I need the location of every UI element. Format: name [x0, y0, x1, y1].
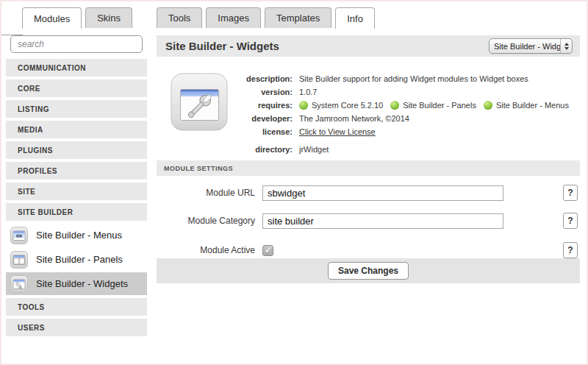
- description-value: Site Builder support for adding Widget m…: [293, 72, 528, 85]
- search-wrap: [6, 35, 147, 53]
- module-settings-header: MODULE SETTINGS: [157, 160, 580, 176]
- directory-value: jrWidget: [293, 143, 329, 156]
- category-label: SITE BUILDER: [18, 208, 73, 216]
- module-active-checkbox[interactable]: [262, 245, 273, 256]
- form-row-module-category: Module Category ?: [157, 213, 580, 229]
- info-row-directory: directory: jrWidget: [157, 143, 580, 156]
- info-row-license: license: Click to View License: [157, 125, 580, 138]
- requires-label: requires:: [157, 99, 293, 112]
- sidebar-category-tools[interactable]: TOOLS: [6, 298, 147, 316]
- category-label: PLUGINS: [18, 146, 53, 155]
- status-dot-icon: [299, 101, 308, 110]
- sidebar-item-site-builder-widgets[interactable]: Site Builder - Widgets: [6, 272, 147, 295]
- category-label: TOOLS: [18, 303, 45, 311]
- module-url-input[interactable]: [262, 185, 503, 201]
- search-input[interactable]: [10, 35, 143, 53]
- category-label: MEDIA: [18, 126, 43, 134]
- module-select[interactable]: Site Builder - Widg: [489, 38, 573, 54]
- tab-group-right: Tools Images Templates Info: [157, 7, 375, 29]
- module-url-label: Module URL: [157, 188, 255, 198]
- requires-item-label: Site Builder - Panels: [403, 99, 476, 112]
- help-button-module-active[interactable]: ?: [563, 242, 578, 258]
- tab-modules-label: Modules: [34, 13, 70, 24]
- requires-item: Site Builder - Panels: [390, 99, 476, 112]
- sidebar-item-site-builder-panels[interactable]: Site Builder - Panels: [6, 248, 147, 271]
- sidebar-category-profiles[interactable]: PROFILES: [6, 162, 147, 180]
- tab-bar: Modules Skins Tools Images Templates Inf…: [0, 7, 588, 28]
- tab-skins-label: Skins: [97, 13, 121, 24]
- tab-skins[interactable]: Skins: [85, 7, 132, 28]
- save-changes-button[interactable]: Save Changes: [328, 262, 409, 280]
- developer-value: The Jamroom Network, ©2014: [293, 112, 409, 125]
- info-row-version: version: 1.0.7: [157, 85, 580, 99]
- module-category-label: Module Category: [157, 216, 255, 226]
- select-stepper-icon: [560, 39, 572, 53]
- category-label: LISTING: [18, 105, 49, 113]
- tab-modules[interactable]: Modules: [22, 7, 82, 29]
- status-dot-icon: [390, 101, 399, 110]
- sidebar-item-label: Site Builder - Menus: [36, 230, 122, 241]
- tab-templates[interactable]: Templates: [265, 7, 331, 28]
- info-row-developer: developer: The Jamroom Network, ©2014: [157, 112, 580, 125]
- tab-tools-label: Tools: [168, 13, 190, 24]
- requires-item: System Core 5.2.10: [299, 99, 383, 112]
- menus-window-icon: [10, 227, 28, 244]
- sidebar-category-site-builder[interactable]: SITE BUILDER: [6, 203, 147, 221]
- module-settings-form: Module URL ? Module Category ? Module Ac…: [157, 176, 580, 258]
- module-active-label: Module Active: [157, 245, 255, 255]
- description-label: description:: [157, 72, 293, 85]
- module-select-value: Site Builder - Widg: [494, 42, 560, 51]
- sidebar-item-label: Site Builder - Widgets: [36, 278, 128, 289]
- module-settings-header-label: MODULE SETTINGS: [164, 165, 233, 172]
- widgets-window-icon: [10, 275, 28, 293]
- category-label: USERS: [18, 324, 45, 332]
- sidebar-category-plugins[interactable]: PLUGINS: [6, 141, 147, 159]
- category-label: PROFILES: [18, 167, 57, 175]
- tab-images-label: Images: [218, 13, 249, 24]
- info-row-requires: requires: System Core 5.2.10 Site Builde…: [157, 99, 580, 112]
- info-row-description: description: Site Builder support for ad…: [157, 72, 580, 85]
- main-header: Site Builder - Widgets Site Builder - Wi…: [157, 35, 580, 57]
- sidebar-category-communication[interactable]: COMMUNICATION: [6, 59, 147, 77]
- sidebar-category-site[interactable]: SITE: [6, 182, 147, 200]
- tab-info-label: Info: [347, 13, 363, 24]
- tab-templates-label: Templates: [276, 13, 320, 24]
- module-info-list: description: Site Builder support for ad…: [157, 72, 580, 156]
- module-category-input[interactable]: [262, 213, 503, 229]
- sidebar-category-users[interactable]: USERS: [6, 319, 147, 336]
- module-info-section: description: Site Builder support for ad…: [157, 71, 580, 157]
- sidebar-item-label: Site Builder - Panels: [36, 254, 123, 265]
- sidebar-category-listing[interactable]: LISTING: [6, 100, 147, 118]
- help-button-module-category[interactable]: ?: [563, 213, 578, 229]
- requires-value: System Core 5.2.10 Site Builder - Panels…: [293, 99, 576, 112]
- license-label: license:: [157, 125, 293, 138]
- category-label: SITE: [18, 188, 35, 196]
- status-dot-icon: [484, 101, 492, 110]
- category-label: COMMUNICATION: [18, 64, 86, 72]
- tab-images[interactable]: Images: [206, 7, 261, 28]
- version-value: 1.0.7: [293, 85, 317, 99]
- page-title: Site Builder - Widgets: [165, 40, 279, 52]
- tab-info[interactable]: Info: [335, 7, 375, 29]
- tab-group-left: Modules Skins: [22, 7, 132, 29]
- version-label: version:: [157, 85, 293, 99]
- save-bar: Save Changes: [157, 258, 580, 283]
- sidebar-category-core[interactable]: CORE: [6, 79, 147, 97]
- category-label: CORE: [18, 85, 40, 93]
- requires-item-label: Site Builder - Menus: [496, 99, 569, 112]
- module-sidebar: COMMUNICATION CORE LISTING MEDIA PLUGINS…: [6, 35, 147, 339]
- sidebar-item-site-builder-menus[interactable]: Site Builder - Menus: [6, 224, 147, 247]
- tab-tools[interactable]: Tools: [157, 7, 202, 28]
- panels-window-icon: [10, 251, 28, 269]
- help-button-module-url[interactable]: ?: [563, 185, 578, 201]
- sidebar-category-media[interactable]: MEDIA: [6, 121, 147, 138]
- form-row-module-url: Module URL ?: [157, 185, 580, 201]
- view-license-link[interactable]: Click to View License: [299, 125, 376, 138]
- developer-label: developer:: [157, 112, 293, 125]
- requires-item: Site Builder - Menus: [484, 99, 569, 112]
- directory-label: directory:: [157, 143, 293, 156]
- main-panel: Site Builder - Widgets Site Builder - Wi…: [157, 35, 580, 283]
- form-row-module-active: Module Active ?: [157, 242, 580, 258]
- requires-item-label: System Core 5.2.10: [312, 99, 383, 112]
